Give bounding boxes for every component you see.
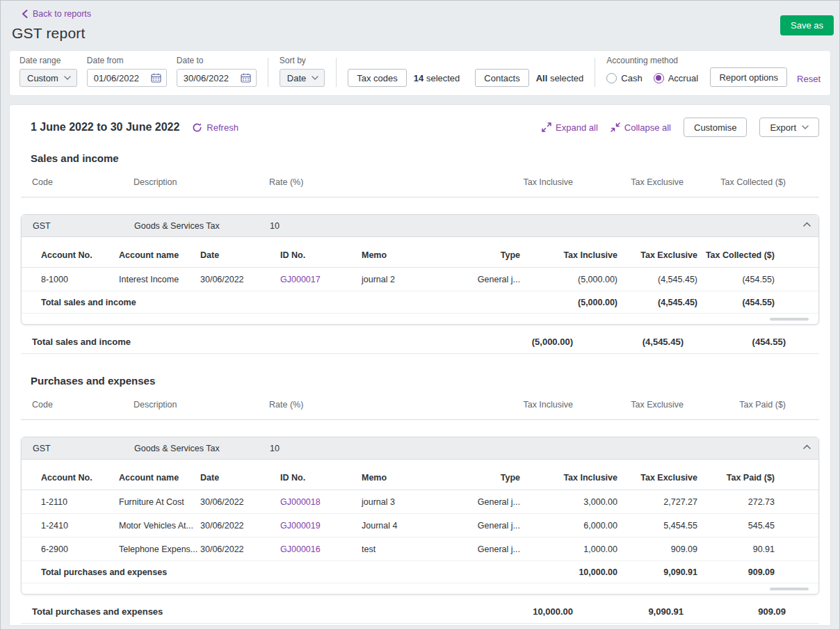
- col-account-name: Account name: [119, 250, 200, 260]
- cell-tax-paid: 90.91: [697, 544, 775, 554]
- purchases-heading: Purchases and expenses: [31, 375, 819, 387]
- date-from-wrap: [87, 69, 167, 87]
- radio-accrual[interactable]: Accrual: [654, 73, 698, 83]
- save-as-button[interactable]: Save as: [780, 15, 834, 35]
- expand-all-label: Expand all: [556, 122, 598, 133]
- tax-codes-group: Tax codes 14 selected: [348, 69, 460, 87]
- section-total-tax-inclusive: (5,000.00): [469, 337, 573, 347]
- contacts-button[interactable]: Contacts: [475, 69, 528, 87]
- cell-account-no: 1-2410: [41, 521, 119, 531]
- col-tax-paid: Tax Paid ($): [697, 473, 775, 483]
- col-code: Code: [32, 400, 134, 410]
- card-bottom: [22, 314, 818, 324]
- sales-gst-group-card: GST Goods & Services Tax 10 Account No. …: [21, 214, 819, 325]
- accounting-method-group: Accounting method Cash Accrual: [606, 56, 698, 87]
- group-total-label: Total purchases and expenses: [41, 567, 520, 577]
- journal-id-link[interactable]: GJ000017: [280, 275, 362, 284]
- collapse-all-link[interactable]: Collapse all: [611, 122, 671, 133]
- sort-by-select[interactable]: Date: [280, 69, 325, 87]
- col-date: Date: [200, 473, 280, 483]
- expand-all-link[interactable]: Expand all: [542, 122, 598, 133]
- col-tax-exclusive: Tax Exclusive: [573, 400, 684, 410]
- sales-detail-header: Account No. Account name Date ID No. Mem…: [22, 237, 818, 268]
- tax-codes-button[interactable]: Tax codes: [348, 69, 407, 87]
- radio-icon: [606, 73, 617, 83]
- expand-icon: [542, 122, 551, 132]
- col-tax-inclusive: Tax Inclusive: [520, 250, 617, 260]
- col-rate: Rate (%): [269, 400, 469, 410]
- cell-type: General j...: [421, 544, 520, 554]
- group-description: Goods & Services Tax: [134, 221, 270, 231]
- group-total-tax-exclusive: (4,545.45): [617, 298, 697, 307]
- report-options-button[interactable]: Report options: [710, 67, 787, 87]
- section-total-label: Total sales and income: [32, 337, 469, 347]
- radio-cash[interactable]: Cash: [606, 73, 642, 83]
- purchases-group-total-row: Total purchases and expenses 10,000.00 9…: [22, 561, 818, 583]
- sales-group-header[interactable]: GST Goods & Services Tax 10: [22, 215, 818, 237]
- collapse-group-button[interactable]: [802, 443, 812, 451]
- date-from-group: Date from: [87, 56, 167, 87]
- collapse-group-button[interactable]: [802, 220, 812, 228]
- accounting-method-label: Accounting method: [606, 56, 698, 65]
- collapse-all-label: Collapse all: [624, 122, 671, 133]
- section-total-tax-exclusive: (4,545.45): [573, 337, 684, 347]
- col-tax-inclusive: Tax Inclusive: [520, 473, 617, 483]
- chevron-down-icon: [64, 76, 71, 80]
- cell-account-name: Motor Vehicles At...: [119, 521, 200, 531]
- section-total-tax-exclusive: 9,090.91: [573, 606, 684, 617]
- gst-report-page: Back to reports GST report Save as Date …: [1, 1, 839, 626]
- divider: [595, 58, 595, 87]
- purchases-group-header[interactable]: GST Goods & Services Tax 10: [22, 437, 818, 460]
- section-total-tax-paid: 909.09: [684, 606, 786, 617]
- journal-id-link[interactable]: GJ000018: [280, 497, 362, 507]
- reset-link[interactable]: Reset: [797, 74, 821, 84]
- col-account-name: Account name: [119, 473, 200, 483]
- date-range-select[interactable]: Custom: [19, 69, 77, 87]
- cell-tax-inclusive: 3,000.00: [520, 497, 617, 507]
- back-to-reports-link[interactable]: Back to reports: [22, 9, 91, 19]
- cell-tax-inclusive: (5,000.00): [520, 275, 617, 284]
- calendar-icon[interactable]: [151, 73, 161, 83]
- cell-account-name: Interest Income: [119, 275, 200, 284]
- date-to-input[interactable]: [184, 73, 236, 83]
- col-tax-collected: Tax Collected ($): [684, 177, 786, 187]
- refresh-link[interactable]: Refresh: [192, 122, 239, 133]
- journal-id-link[interactable]: GJ000019: [280, 521, 362, 531]
- cell-tax-exclusive: (4,545.45): [617, 275, 697, 284]
- date-from-input[interactable]: [94, 73, 147, 83]
- export-button[interactable]: Export: [759, 118, 819, 137]
- col-tax-exclusive: Tax Exclusive: [617, 250, 697, 260]
- contacts-count: All: [536, 73, 548, 83]
- card-bottom: [22, 583, 818, 594]
- date-to-label: Date to: [177, 56, 257, 65]
- group-total-tax-inclusive: (5,000.00): [520, 298, 617, 307]
- chevron-up-icon: [803, 222, 811, 227]
- cell-account-no: 8-1000: [41, 275, 119, 284]
- export-label: Export: [770, 122, 796, 133]
- cell-memo: Journal 4: [362, 521, 421, 531]
- cell-date: 30/06/2022: [200, 544, 280, 554]
- col-type: Type: [421, 250, 520, 260]
- table-row: 1-2110 Furniture At Cost 30/06/2022 GJ00…: [22, 490, 818, 514]
- chevron-down-icon: [312, 76, 318, 80]
- purchases-columns-header: Code Description Rate (%) Tax Inclusive …: [21, 389, 819, 420]
- group-code: GST: [33, 221, 134, 231]
- cell-date: 30/06/2022: [200, 497, 280, 507]
- horizontal-scrollbar[interactable]: [770, 588, 809, 590]
- col-tax-paid: Tax Paid ($): [684, 400, 786, 410]
- journal-id-link[interactable]: GJ000016: [280, 544, 362, 554]
- filter-right: Report options Reset: [710, 67, 821, 87]
- horizontal-scrollbar[interactable]: [770, 318, 809, 321]
- group-rate: 10: [270, 221, 468, 231]
- calendar-icon[interactable]: [241, 73, 251, 83]
- customise-button[interactable]: Customise: [684, 118, 747, 137]
- date-range-group: Date range Custom: [19, 56, 77, 87]
- group-total-tax-paid: 909.09: [697, 567, 775, 577]
- col-tax-exclusive: Tax Exclusive: [617, 473, 697, 483]
- cell-tax-exclusive: 5,454.55: [617, 521, 697, 531]
- tax-codes-suffix: selected: [426, 73, 460, 83]
- chevron-left-icon: [22, 10, 28, 18]
- group-total-tax-collected: (454.55): [697, 298, 775, 307]
- col-account-no: Account No.: [41, 250, 119, 260]
- col-account-no: Account No.: [41, 473, 119, 483]
